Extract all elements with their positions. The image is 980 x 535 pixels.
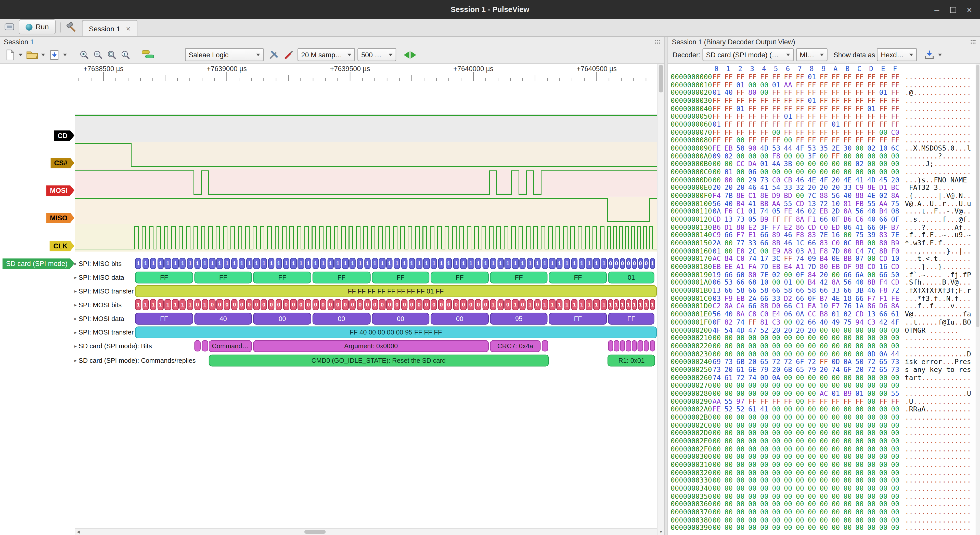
bit-annotation[interactable]: 1 <box>298 258 304 269</box>
byte-annotation[interactable]: FF <box>194 271 252 283</box>
bit-annotation[interactable]: 1 <box>246 258 252 269</box>
bit-annotation[interactable]: 1 <box>541 258 548 269</box>
bit-annotation[interactable]: 1 <box>231 258 238 269</box>
sd-command-annotation[interactable]: CMD0 (GO_IDLE_STATE): Reset the SD card <box>208 354 548 366</box>
bit-annotation[interactable]: 0 <box>632 258 637 269</box>
bit-annotation[interactable]: 1 <box>608 299 613 310</box>
bit-annotation[interactable]: 0 <box>371 299 378 310</box>
channel-tag-cd[interactable]: CD <box>54 130 75 141</box>
zoom-fit-button[interactable] <box>105 47 119 62</box>
bit-annotation[interactable]: 1 <box>216 258 223 269</box>
bit-annotation[interactable]: 1 <box>194 258 200 269</box>
bit-annotation[interactable]: 0 <box>349 299 356 310</box>
bit-annotation[interactable]: 1 <box>239 258 245 269</box>
sample-count-select[interactable]: 20 M samples <box>298 48 355 61</box>
byte-annotation[interactable]: FF <box>313 271 371 283</box>
bit-annotation[interactable]: 0 <box>620 258 625 269</box>
bit-annotation[interactable]: 1 <box>150 299 156 310</box>
byte-annotation[interactable]: FF <box>608 312 654 324</box>
sd-command-bits-annotation[interactable]: Command… <box>208 340 252 352</box>
bit-annotation[interactable]: 1 <box>512 258 518 269</box>
bit-annotation[interactable]: 1 <box>312 258 319 269</box>
zoom-one-to-one-button[interactable]: 1 <box>119 47 132 62</box>
bit-annotation[interactable]: 0 <box>216 299 223 310</box>
bit-annotation[interactable]: 1 <box>445 258 452 269</box>
bit-annotation[interactable]: 1 <box>423 258 430 269</box>
byte-annotation[interactable]: FF <box>135 312 193 324</box>
bit-annotation[interactable]: 1 <box>475 258 481 269</box>
sd-argument-annotation[interactable]: Argument: 0x0000 <box>253 340 489 352</box>
bit-annotation[interactable]: 0 <box>460 299 466 310</box>
bit-annotation[interactable]: 1 <box>379 258 385 269</box>
bit-annotation[interactable]: 1 <box>157 258 164 269</box>
bit-annotation[interactable]: 0 <box>409 299 415 310</box>
horizontal-scrollbar-thumb[interactable] <box>304 530 326 534</box>
bit-annotation[interactable] <box>644 340 649 351</box>
bit-annotation[interactable]: 0 <box>482 299 489 310</box>
byte-annotation[interactable]: 00 <box>253 312 311 324</box>
bit-annotation[interactable]: 0 <box>416 299 422 310</box>
bit-annotation[interactable]: 0 <box>342 299 348 310</box>
bit-annotation[interactable]: 1 <box>601 299 607 310</box>
bit-annotation[interactable]: 0 <box>626 258 631 269</box>
tab-session-1[interactable]: Session 1 × <box>82 20 137 36</box>
bit-annotation[interactable]: 1 <box>564 258 570 269</box>
bit-annotation[interactable]: 0 <box>519 299 526 310</box>
bit-annotation[interactable]: 1 <box>143 258 149 269</box>
bit-annotation[interactable]: 1 <box>342 258 348 269</box>
bit-annotation[interactable]: 0 <box>431 299 437 310</box>
bit-annotation[interactable]: 1 <box>527 299 533 310</box>
byte-annotation[interactable]: FF <box>549 312 607 324</box>
configure-channels-button[interactable] <box>281 47 296 62</box>
bit-annotation[interactable]: 1 <box>268 258 274 269</box>
panel-handle-icon[interactable] <box>970 39 977 44</box>
panel-handle-icon[interactable] <box>654 39 661 44</box>
bit-annotation[interactable]: 0 <box>327 299 334 310</box>
device-select[interactable]: Saleae Logic <box>185 48 264 61</box>
new-session-button[interactable] <box>3 47 18 62</box>
decoder-row-label[interactable]: ▸SPI: MOSI data <box>75 314 124 322</box>
bit-annotation[interactable]: 0 <box>268 299 274 310</box>
hex-scrollbar-thumb[interactable] <box>976 65 979 327</box>
bit-annotation[interactable]: 1 <box>364 258 371 269</box>
bit-annotation[interactable]: 0 <box>224 299 230 310</box>
bit-annotation[interactable]: 1 <box>586 258 592 269</box>
bit-annotation[interactable]: 1 <box>135 258 142 269</box>
bit-annotation[interactable]: 1 <box>620 299 625 310</box>
session-device-button[interactable] <box>3 20 16 35</box>
binary-class-select[interactable]: MISC <box>796 48 827 61</box>
bit-annotation[interactable]: 1 <box>283 258 290 269</box>
bit-annotation[interactable]: 1 <box>209 258 215 269</box>
byte-annotation[interactable]: 40 <box>194 312 252 324</box>
open-dropdown-icon[interactable] <box>41 54 45 56</box>
bit-annotation[interactable]: 1 <box>593 258 600 269</box>
bit-annotation[interactable]: 1 <box>482 258 489 269</box>
bit-annotation[interactable]: 1 <box>180 258 186 269</box>
bit-annotation[interactable] <box>194 340 200 351</box>
zoom-in-button[interactable] <box>78 47 91 62</box>
bit-annotation[interactable]: 1 <box>438 258 444 269</box>
bit-annotation[interactable] <box>626 340 631 351</box>
bit-annotation[interactable]: 1 <box>556 299 563 310</box>
trace-view[interactable]: ▼ ◀ +7638500 µs+7639000 µs+7639500 µs+76… <box>0 64 664 535</box>
bit-annotation[interactable]: 1 <box>327 258 334 269</box>
bit-annotation[interactable]: 1 <box>431 258 437 269</box>
format-select[interactable]: Hexdump <box>877 48 917 61</box>
save-button[interactable] <box>47 47 62 62</box>
bit-annotation[interactable]: 1 <box>564 299 570 310</box>
bit-annotation[interactable]: 0 <box>298 299 304 310</box>
bit-annotation[interactable]: 1 <box>527 258 533 269</box>
bit-annotation[interactable]: 1 <box>490 299 496 310</box>
channel-tag-mosi[interactable]: MOSI <box>46 185 75 196</box>
bit-annotation[interactable]: 0 <box>608 258 613 269</box>
bit-annotation[interactable]: 1 <box>453 258 459 269</box>
bit-annotation[interactable]: 1 <box>549 299 555 310</box>
save-dropdown-icon[interactable] <box>63 54 67 56</box>
bit-annotation[interactable]: 1 <box>586 299 592 310</box>
bit-annotation[interactable]: 1 <box>571 299 578 310</box>
bit-annotation[interactable] <box>632 340 637 351</box>
bit-annotation[interactable]: 1 <box>497 258 504 269</box>
save-output-dropdown-icon[interactable] <box>938 54 942 56</box>
bit-annotation[interactable]: 1 <box>512 299 518 310</box>
bit-annotation[interactable]: 0 <box>638 258 643 269</box>
